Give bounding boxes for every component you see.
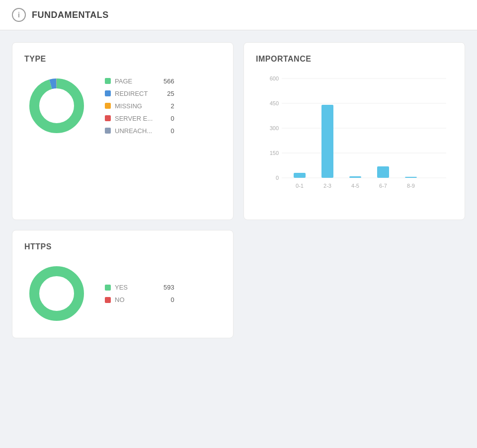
x-label-8-9: 8-9 [407, 183, 415, 189]
type-legend-server-error-value: 0 [170, 115, 174, 122]
https-legend-no-value: 0 [170, 296, 174, 303]
type-legend-missing-label: MISSING [115, 102, 159, 110]
https-legend-yes-label: YES [115, 284, 159, 291]
x-label-4-5: 4-5 [351, 183, 359, 189]
bar-4-5 [349, 176, 361, 178]
type-card: TYPE [12, 42, 234, 220]
y-label-150: 150 [270, 150, 279, 156]
bar-6-7 [377, 166, 389, 178]
type-legend-page-label: PAGE [115, 77, 159, 85]
importance-bar-chart-svg: 600 450 300 150 0 [256, 74, 453, 208]
type-legend-server-error-dot [105, 115, 111, 121]
https-content: YES 593 NO 0 [24, 261, 221, 326]
type-legend-page-dot [105, 78, 111, 84]
bar-8-9 [405, 177, 417, 178]
type-legend-unreachable: UNREACH... 0 [105, 127, 174, 135]
y-label-300: 300 [270, 125, 279, 131]
type-legend-redirect: REDIRECT 25 [105, 90, 174, 97]
type-legend-unreachable-dot [105, 128, 111, 134]
type-legend-redirect-dot [105, 90, 111, 96]
x-label-2-3: 2-3 [323, 183, 331, 189]
type-legend-server-error-label: SERVER E... [115, 115, 159, 122]
type-donut-svg [24, 74, 89, 138]
type-legend-page-value: 566 [163, 77, 174, 85]
importance-card: IMPORTANCE 600 450 300 150 0 [243, 42, 465, 220]
https-card: HTTPS YES 593 NO 0 [12, 230, 234, 338]
bar-2-3 [321, 105, 333, 178]
https-card-title: HTTPS [24, 242, 221, 251]
type-legend-missing: MISSING 2 [105, 102, 174, 110]
https-legend-no-label: NO [115, 296, 159, 303]
y-label-0: 0 [276, 175, 279, 181]
https-legend-yes: YES 593 [105, 284, 174, 291]
https-legend-no: NO 0 [105, 296, 174, 303]
type-content: PAGE 566 REDIRECT 25 MISSING 2 SERVER E.… [24, 74, 221, 138]
x-label-6-7: 6-7 [379, 183, 387, 189]
type-legend-page: PAGE 566 [105, 77, 174, 85]
https-donut-chart [24, 261, 89, 326]
page-header: i FUNDAMENTALS [0, 0, 477, 30]
importance-card-title: IMPORTANCE [256, 55, 453, 64]
bar-0-1 [294, 173, 306, 178]
type-legend-redirect-value: 25 [167, 90, 174, 97]
https-legend-yes-value: 593 [163, 284, 174, 291]
https-donut-center [40, 277, 74, 310]
type-legend: PAGE 566 REDIRECT 25 MISSING 2 SERVER E.… [105, 77, 174, 135]
page-title: FUNDAMENTALS [32, 10, 109, 20]
type-legend-unreachable-value: 0 [170, 127, 174, 135]
x-label-0-1: 0-1 [296, 183, 304, 189]
y-label-600: 600 [270, 75, 279, 81]
type-donut-center [40, 89, 74, 123]
info-icon: i [12, 8, 26, 22]
https-donut-svg [24, 261, 89, 326]
https-legend-no-dot [105, 297, 111, 303]
y-label-450: 450 [270, 100, 279, 106]
type-legend-missing-dot [105, 103, 111, 109]
type-card-title: TYPE [24, 55, 221, 64]
main-content: TYPE [0, 30, 477, 350]
type-legend-unreachable-label: UNREACH... [115, 127, 159, 135]
type-legend-missing-value: 2 [170, 102, 174, 110]
type-donut-chart [24, 74, 89, 138]
importance-chart: 600 450 300 150 0 [256, 74, 453, 208]
https-legend-yes-dot [105, 285, 111, 291]
https-legend: YES 593 NO 0 [105, 284, 174, 303]
type-legend-server-error: SERVER E... 0 [105, 115, 174, 122]
type-legend-redirect-label: REDIRECT [115, 90, 159, 97]
